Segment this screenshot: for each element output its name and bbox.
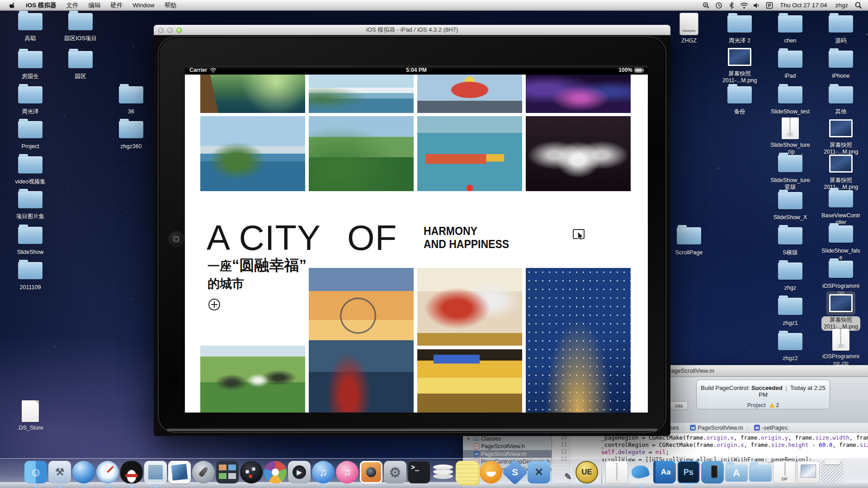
desktop-icon-园区IOS项目[interactable]: 园区IOS项目 (54, 10, 107, 42)
simulator-title-bar[interactable]: iOS 模拟器 - iPad / iOS 4.3.2 (8H7) (154, 25, 670, 35)
folder-icon[interactable] (826, 258, 855, 281)
desktop-icon-S横版[interactable]: S横版 (764, 224, 816, 257)
photo-lake-city[interactable] (309, 75, 414, 113)
desktop-icon-36[interactable]: 36 (105, 83, 157, 116)
photo-golfers[interactable] (200, 346, 305, 413)
dock-item-iphoto[interactable] (360, 461, 382, 483)
dock-item-devtools[interactable]: ✕ (528, 461, 550, 483)
folder-icon[interactable] (776, 47, 805, 71)
dock-item-terminal[interactable]: >_ (408, 461, 430, 483)
photo-lotus-pond[interactable] (309, 116, 414, 191)
desktop-icon-zhgz2[interactable]: zhgz2 (764, 330, 816, 362)
dock-item-zip-doc[interactable]: ZIP (773, 461, 796, 483)
image-icon[interactable] (826, 291, 855, 315)
folder-icon[interactable] (725, 83, 754, 107)
photo-carousel[interactable] (417, 75, 522, 113)
breakpoints-button-fragment[interactable]: ints (670, 401, 688, 410)
simulator-window[interactable]: iOS 模拟器 - iPad / iOS 4.3.2 (8H7) A CITY … (154, 25, 670, 436)
desktop-icon-屏幕快照2011-...M.png[interactable]: 屏幕快照2011-...M.png (815, 291, 867, 331)
folder-icon[interactable] (776, 83, 805, 107)
desktop-icon-Project[interactable]: Project (4, 118, 57, 150)
folder-icon[interactable] (66, 48, 95, 71)
menu-clock[interactable]: Thu Oct 27 17:04 (777, 2, 830, 9)
dock-item-disc-stack[interactable] (432, 461, 454, 483)
folder-icon[interactable] (826, 222, 855, 246)
desktop-icon-BaseViewController[interactable]: BaseViewController (815, 187, 867, 226)
dock-item-photo-booth[interactable] (168, 461, 191, 483)
folder-icon[interactable] (776, 152, 805, 175)
photo-skyline-island[interactable] (200, 116, 305, 191)
dock-item-textedit[interactable]: ✎ (552, 461, 574, 483)
photo-dancers[interactable] (526, 116, 631, 191)
dock-item-xcode[interactable]: ⚒ (48, 461, 71, 483)
folder-icon[interactable] (16, 118, 45, 141)
folder-icon[interactable] (776, 224, 805, 248)
dock-item-safari[interactable] (96, 461, 119, 483)
dock-item-preview-doc[interactable] (797, 461, 820, 483)
menu-user[interactable]: zhgz (832, 2, 851, 9)
folder-icon[interactable] (16, 83, 45, 107)
dock-item-app-folder[interactable]: A (725, 461, 748, 483)
dock-item-bird[interactable] (629, 461, 652, 483)
dock-item-s-app[interactable]: S (504, 461, 526, 483)
spotlight-icon[interactable] (854, 1, 863, 9)
desktop-icon-周光泽[interactable]: 周光泽 (4, 83, 57, 116)
home-button[interactable] (169, 231, 184, 247)
folder-icon[interactable] (776, 259, 805, 283)
photo-led-ceiling[interactable] (526, 268, 631, 413)
desktop-icon-屏幕快照2011-...M.png[interactable]: 屏幕快照2011-...M.png (713, 45, 766, 84)
dock-item-quicktime[interactable]: ▶ (288, 461, 311, 483)
volume-icon[interactable] (752, 1, 762, 9)
desktop-icon-房国生[interactable]: 房国生 (4, 48, 57, 80)
dock-item-trash[interactable] (821, 461, 844, 483)
desktop-icon-iOSProgramming[interactable]: iOSProgramming (815, 258, 867, 297)
photo-lakeside-pavilion[interactable] (200, 75, 305, 113)
desktop-icon-SlideShow_ture竖版[interactable]: SlideShow_ture竖版 (764, 152, 816, 191)
folder-icon[interactable] (776, 295, 805, 318)
desktop-icon-周光泽 2[interactable]: 周光泽 2 (713, 12, 766, 45)
image-icon[interactable] (826, 152, 855, 175)
folder-icon[interactable] (725, 12, 754, 36)
folder-icon[interactable] (826, 83, 855, 107)
breadcrumb-file[interactable]: PageScrollView.m (698, 425, 743, 431)
desktop-icon-2011109[interactable]: 2011109 (4, 259, 57, 291)
dock-item-ios-blueprint[interactable] (701, 461, 724, 483)
minimize-button[interactable] (167, 28, 173, 33)
image-icon[interactable] (725, 45, 754, 69)
desktop-icon-园区[interactable]: 园区 (54, 48, 107, 80)
breadcrumb-method[interactable]: -setPages: (762, 425, 789, 431)
bluetooth-icon[interactable] (726, 1, 736, 9)
folder-icon[interactable] (16, 10, 45, 33)
folder-icon[interactable] (66, 10, 95, 33)
desktop-icon-项目图片集[interactable]: 项目图片集 (4, 188, 57, 221)
folder-icon[interactable] (16, 153, 45, 177)
dock-item-stickies[interactable] (456, 461, 478, 483)
wifi-icon[interactable] (739, 1, 749, 9)
desktop-icon-iPad[interactable]: iPad (764, 47, 816, 80)
navigator-file-PageScrollView.h[interactable]: hPageScrollView.h (463, 442, 552, 450)
desktop-icon-.DS_Store[interactable]: .DS_Store (4, 399, 57, 432)
folder-icon[interactable] (826, 187, 855, 211)
menu-item-硬件[interactable]: 硬件 (106, 0, 128, 11)
photo-supermarket[interactable] (417, 268, 522, 346)
menu-item-文件[interactable]: 文件 (61, 0, 84, 11)
desktop-icon-video视频集[interactable]: video视频集 (4, 153, 57, 186)
dock-item-ultraedit[interactable]: UE (576, 461, 598, 483)
desktop-icon-SlideShow_false[interactable]: SlideShow_false (815, 222, 867, 262)
dock-item-mission-control[interactable] (216, 461, 239, 483)
expand-plus-button[interactable] (208, 299, 220, 310)
menu-app-name[interactable]: iOS 模拟器 (21, 0, 61, 11)
desktop-icon-SlideShow_ture.zip[interactable]: SlideShow_ture.zip (764, 117, 816, 156)
desktop-icon-SlideShow[interactable]: SlideShow (4, 224, 57, 256)
desktop-icon-zhgz1[interactable]: zhgz1 (764, 295, 816, 327)
warning-icon[interactable] (769, 403, 775, 408)
folder-icon[interactable] (16, 224, 45, 247)
ipad-screen[interactable]: A CITY OF HARMONY AND HAPPINESS 一座“圆融幸福” (185, 66, 648, 413)
image-icon[interactable] (826, 117, 855, 140)
desktop-icon-ZHGZ[interactable]: ZHGZ (663, 12, 715, 45)
folder-icon[interactable] (16, 188, 45, 211)
desktop-icon-屏幕快照2011-...M.png[interactable]: 屏幕快照2011-...M.png (815, 117, 867, 156)
parallels-icon[interactable]: P (764, 1, 774, 9)
menu-item-window[interactable]: Window (128, 0, 160, 11)
photo-night-city[interactable] (526, 75, 631, 113)
